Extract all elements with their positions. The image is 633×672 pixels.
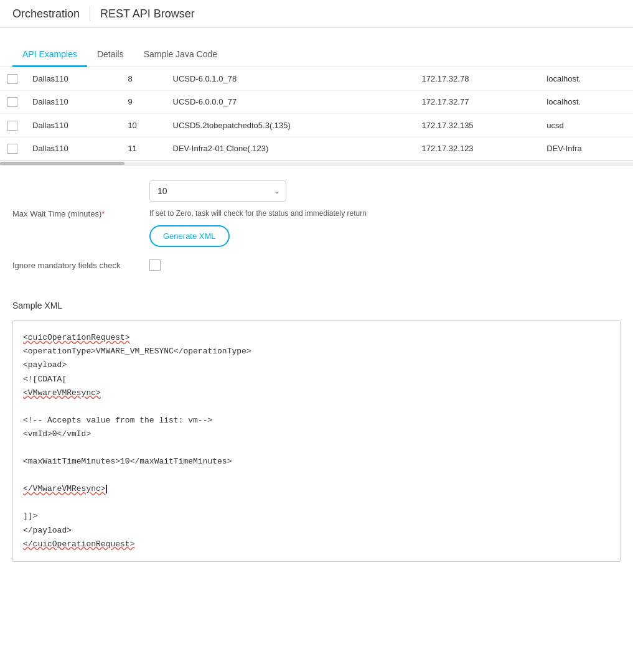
host-cell: DEV-Infra xyxy=(539,137,633,161)
tab-bar: API Examples Details Sample Java Code xyxy=(12,43,621,67)
text-cursor xyxy=(106,485,107,493)
ip-cell: 172.17.32.123 xyxy=(414,137,539,161)
tabs-container: API Examples Details Sample Java Code xyxy=(0,43,633,67)
id-cell: 8 xyxy=(120,67,165,90)
id-cell: 10 xyxy=(120,114,165,138)
name-cell: UCSD-6.0.0.0_77 xyxy=(166,90,415,114)
name-cell: DEV-Infra2-01 Clone(.123) xyxy=(166,137,415,161)
cloud-name-cell: Dallas110 xyxy=(25,90,120,114)
page-header: Orchestration REST API Browser xyxy=(0,0,633,28)
host-cell: localhost. xyxy=(539,90,633,114)
table-row: Dallas110 9 UCSD-6.0.0.0_77 172.17.32.77… xyxy=(0,90,633,114)
host-cell: localhost. xyxy=(539,67,633,90)
max-wait-select[interactable]: 10 0 5 15 20 30 xyxy=(149,180,286,202)
checkbox-cell[interactable] xyxy=(0,137,25,161)
name-cell: UCSD-6.0.1.0_78 xyxy=(166,67,415,90)
max-wait-select-wrapper: 10 0 5 15 20 30 ⌄ xyxy=(149,180,286,202)
xml-operation-request-open: <cuicOperationRequest> xyxy=(23,333,130,342)
form-section: Max Wait Time (minutes)* 10 0 5 15 20 30… xyxy=(0,166,633,301)
checkbox-cell[interactable] xyxy=(0,67,25,90)
scrollbar-thumb[interactable] xyxy=(0,162,124,166)
xml-vmware-resync-open: <VMwareVMResync> xyxy=(23,388,101,398)
xml-vmware-resync-close: </VMwareVMResync> xyxy=(23,484,106,493)
table-row: Dallas110 8 UCSD-6.0.1.0_78 172.17.32.78… xyxy=(0,67,633,90)
tab-api-examples[interactable]: API Examples xyxy=(12,43,87,67)
cloud-name-cell: Dallas110 xyxy=(25,137,120,161)
id-cell: 11 xyxy=(120,137,165,161)
xml-operation-request-close: </cuicOperationRequest> xyxy=(23,539,134,549)
generate-xml-button[interactable]: Generate XML xyxy=(149,225,230,247)
page-subtitle: REST API Browser xyxy=(100,7,195,21)
table-row: Dallas110 11 DEV-Infra2-01 Clone(.123) 1… xyxy=(0,137,633,161)
header-divider xyxy=(90,6,90,21)
id-cell: 9 xyxy=(120,90,165,114)
hint-text: If set to Zero, task will check for the … xyxy=(149,209,621,218)
max-wait-control: 10 0 5 15 20 30 ⌄ If set to Zero, task w… xyxy=(149,180,621,247)
horizontal-scrollbar[interactable] xyxy=(0,161,633,166)
cloud-name-cell: Dallas110 xyxy=(25,67,120,90)
ignore-mandatory-row: Ignore mandatory fields check xyxy=(12,259,621,271)
tab-sample-java-code[interactable]: Sample Java Code xyxy=(134,43,227,67)
xml-content-box: <cuicOperationRequest> <operationType>VM… xyxy=(12,320,621,562)
sample-xml-section: Sample XML <cuicOperationRequest> <opera… xyxy=(0,301,633,574)
app-title: Orchestration xyxy=(12,7,80,21)
ip-cell: 172.17.32.135 xyxy=(414,114,539,138)
cloud-name-cell: Dallas110 xyxy=(25,114,120,138)
ignore-mandatory-label: Ignore mandatory fields check xyxy=(12,261,137,270)
table-row: Dallas110 10 UCSD5.2tobepatchedto5.3(.13… xyxy=(0,114,633,138)
host-cell: ucsd xyxy=(539,114,633,138)
max-wait-row: Max Wait Time (minutes)* 10 0 5 15 20 30… xyxy=(12,180,621,247)
ip-cell: 172.17.32.77 xyxy=(414,90,539,114)
sample-xml-title: Sample XML xyxy=(12,301,621,310)
ip-cell: 172.17.32.78 xyxy=(414,67,539,90)
tab-details[interactable]: Details xyxy=(87,43,134,67)
vm-table: Dallas110 8 UCSD-6.0.1.0_78 172.17.32.78… xyxy=(0,67,633,161)
name-cell: UCSD5.2tobepatchedto5.3(.135) xyxy=(166,114,415,138)
row-checkbox-3[interactable] xyxy=(7,121,17,131)
vm-table-container: Dallas110 8 UCSD-6.0.1.0_78 172.17.32.78… xyxy=(0,67,633,166)
checkbox-cell[interactable] xyxy=(0,90,25,114)
row-checkbox-4[interactable] xyxy=(7,144,17,154)
checkbox-cell[interactable] xyxy=(0,114,25,138)
row-checkbox-2[interactable] xyxy=(7,97,17,107)
row-checkbox-1[interactable] xyxy=(7,74,17,84)
ignore-mandatory-checkbox[interactable] xyxy=(149,259,161,271)
required-indicator: * xyxy=(101,209,105,218)
max-wait-label: Max Wait Time (minutes)* xyxy=(12,209,137,218)
